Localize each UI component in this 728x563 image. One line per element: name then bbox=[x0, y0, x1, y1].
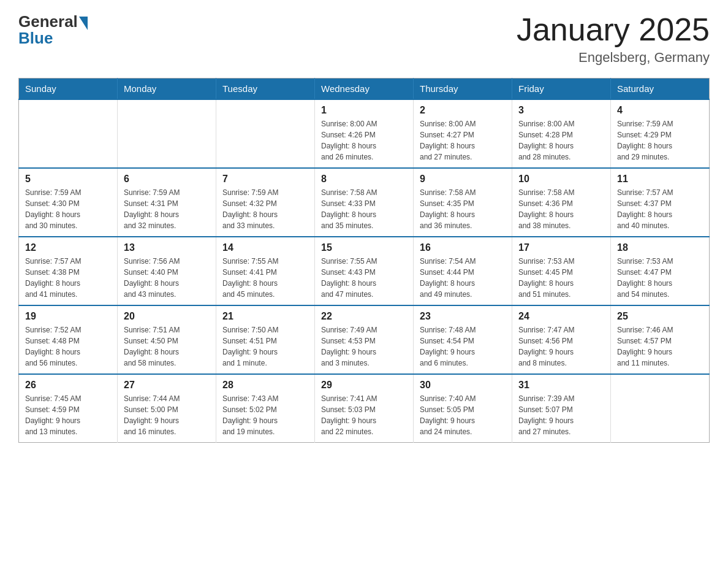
day-number: 8 bbox=[321, 174, 407, 185]
day-info: Sunrise: 7:48 AM Sunset: 4:54 PM Dayligh… bbox=[420, 324, 506, 369]
day-info: Sunrise: 7:55 AM Sunset: 4:43 PM Dayligh… bbox=[321, 256, 407, 300]
day-info: Sunrise: 8:00 AM Sunset: 4:26 PM Dayligh… bbox=[321, 118, 407, 163]
calendar-cell: 13Sunrise: 7:56 AM Sunset: 4:40 PM Dayli… bbox=[118, 237, 216, 305]
day-number: 30 bbox=[420, 380, 506, 391]
page-header: General Blue January 2025 Engelsberg, Ge… bbox=[18, 12, 710, 66]
day-header-sunday: Sunday bbox=[19, 79, 118, 100]
calendar-cell: 15Sunrise: 7:55 AM Sunset: 4:43 PM Dayli… bbox=[315, 237, 414, 305]
calendar-cell: 27Sunrise: 7:44 AM Sunset: 5:00 PM Dayli… bbox=[118, 374, 216, 443]
day-number: 22 bbox=[321, 311, 407, 322]
day-info: Sunrise: 7:57 AM Sunset: 4:37 PM Dayligh… bbox=[617, 187, 703, 231]
day-header-saturday: Saturday bbox=[611, 79, 710, 100]
day-info: Sunrise: 7:57 AM Sunset: 4:38 PM Dayligh… bbox=[25, 256, 111, 300]
day-headers-row: SundayMondayTuesdayWednesdayThursdayFrid… bbox=[19, 79, 710, 100]
day-number: 24 bbox=[518, 311, 604, 322]
day-number: 20 bbox=[124, 311, 210, 322]
day-info: Sunrise: 7:55 AM Sunset: 4:41 PM Dayligh… bbox=[222, 256, 308, 300]
calendar-cell: 3Sunrise: 8:00 AM Sunset: 4:28 PM Daylig… bbox=[512, 99, 611, 168]
day-number: 10 bbox=[518, 174, 604, 185]
calendar-cell bbox=[19, 99, 118, 168]
day-number: 1 bbox=[321, 105, 407, 116]
calendar-cell: 26Sunrise: 7:45 AM Sunset: 4:59 PM Dayli… bbox=[19, 374, 118, 443]
logo-triangle-icon bbox=[79, 17, 88, 30]
calendar-cell: 17Sunrise: 7:53 AM Sunset: 4:45 PM Dayli… bbox=[512, 237, 611, 305]
calendar-cell: 7Sunrise: 7:59 AM Sunset: 4:32 PM Daylig… bbox=[216, 168, 315, 237]
calendar-cell: 19Sunrise: 7:52 AM Sunset: 4:48 PM Dayli… bbox=[19, 305, 118, 374]
day-info: Sunrise: 7:44 AM Sunset: 5:00 PM Dayligh… bbox=[124, 393, 210, 437]
day-number: 27 bbox=[124, 380, 210, 391]
day-number: 28 bbox=[222, 380, 308, 391]
calendar-cell: 21Sunrise: 7:50 AM Sunset: 4:51 PM Dayli… bbox=[216, 305, 315, 374]
day-info: Sunrise: 7:50 AM Sunset: 4:51 PM Dayligh… bbox=[222, 324, 308, 369]
day-info: Sunrise: 7:59 AM Sunset: 4:31 PM Dayligh… bbox=[124, 187, 210, 231]
month-title: January 2025 bbox=[517, 12, 710, 47]
day-number: 29 bbox=[321, 380, 407, 391]
day-info: Sunrise: 7:58 AM Sunset: 4:33 PM Dayligh… bbox=[321, 187, 407, 231]
calendar-cell: 22Sunrise: 7:49 AM Sunset: 4:53 PM Dayli… bbox=[315, 305, 414, 374]
logo-blue-text: Blue bbox=[18, 29, 53, 48]
day-number: 31 bbox=[518, 380, 604, 391]
day-number: 15 bbox=[321, 242, 407, 253]
calendar-week-row: 26Sunrise: 7:45 AM Sunset: 4:59 PM Dayli… bbox=[19, 374, 710, 443]
day-header-monday: Monday bbox=[118, 79, 216, 100]
calendar-cell: 20Sunrise: 7:51 AM Sunset: 4:50 PM Dayli… bbox=[118, 305, 216, 374]
day-info: Sunrise: 7:54 AM Sunset: 4:44 PM Dayligh… bbox=[420, 256, 506, 300]
calendar-cell: 8Sunrise: 7:58 AM Sunset: 4:33 PM Daylig… bbox=[315, 168, 414, 237]
day-info: Sunrise: 7:59 AM Sunset: 4:30 PM Dayligh… bbox=[25, 187, 111, 231]
day-info: Sunrise: 7:45 AM Sunset: 4:59 PM Dayligh… bbox=[25, 393, 111, 437]
day-info: Sunrise: 7:58 AM Sunset: 4:35 PM Dayligh… bbox=[420, 187, 506, 231]
day-header-wednesday: Wednesday bbox=[315, 79, 414, 100]
day-number: 7 bbox=[222, 174, 308, 185]
calendar-cell: 29Sunrise: 7:41 AM Sunset: 5:03 PM Dayli… bbox=[315, 374, 414, 443]
day-info: Sunrise: 7:51 AM Sunset: 4:50 PM Dayligh… bbox=[124, 324, 210, 369]
day-number: 25 bbox=[617, 311, 703, 322]
calendar-week-row: 19Sunrise: 7:52 AM Sunset: 4:48 PM Dayli… bbox=[19, 305, 710, 374]
day-number: 2 bbox=[420, 105, 506, 116]
day-number: 14 bbox=[222, 242, 308, 253]
day-info: Sunrise: 7:58 AM Sunset: 4:36 PM Dayligh… bbox=[518, 187, 604, 231]
day-info: Sunrise: 7:46 AM Sunset: 4:57 PM Dayligh… bbox=[617, 324, 703, 369]
calendar-week-row: 1Sunrise: 8:00 AM Sunset: 4:26 PM Daylig… bbox=[19, 99, 710, 168]
day-info: Sunrise: 7:47 AM Sunset: 4:56 PM Dayligh… bbox=[518, 324, 604, 369]
day-info: Sunrise: 7:43 AM Sunset: 5:02 PM Dayligh… bbox=[222, 393, 308, 437]
calendar-cell: 30Sunrise: 7:40 AM Sunset: 5:05 PM Dayli… bbox=[414, 374, 512, 443]
day-info: Sunrise: 7:41 AM Sunset: 5:03 PM Dayligh… bbox=[321, 393, 407, 437]
day-number: 16 bbox=[420, 242, 506, 253]
calendar-cell: 6Sunrise: 7:59 AM Sunset: 4:31 PM Daylig… bbox=[118, 168, 216, 237]
day-info: Sunrise: 7:59 AM Sunset: 4:32 PM Dayligh… bbox=[222, 187, 308, 231]
calendar-cell: 23Sunrise: 7:48 AM Sunset: 4:54 PM Dayli… bbox=[414, 305, 512, 374]
day-number: 21 bbox=[222, 311, 308, 322]
calendar-cell bbox=[611, 374, 710, 443]
day-info: Sunrise: 7:59 AM Sunset: 4:29 PM Dayligh… bbox=[617, 118, 703, 163]
calendar-cell: 11Sunrise: 7:57 AM Sunset: 4:37 PM Dayli… bbox=[611, 168, 710, 237]
day-info: Sunrise: 8:00 AM Sunset: 4:28 PM Dayligh… bbox=[518, 118, 604, 163]
calendar-cell: 2Sunrise: 8:00 AM Sunset: 4:27 PM Daylig… bbox=[414, 99, 512, 168]
calendar-cell: 25Sunrise: 7:46 AM Sunset: 4:57 PM Dayli… bbox=[611, 305, 710, 374]
calendar-cell: 1Sunrise: 8:00 AM Sunset: 4:26 PM Daylig… bbox=[315, 99, 414, 168]
calendar-cell: 4Sunrise: 7:59 AM Sunset: 4:29 PM Daylig… bbox=[611, 99, 710, 168]
calendar-week-row: 5Sunrise: 7:59 AM Sunset: 4:30 PM Daylig… bbox=[19, 168, 710, 237]
day-info: Sunrise: 7:40 AM Sunset: 5:05 PM Dayligh… bbox=[420, 393, 506, 437]
day-number: 23 bbox=[420, 311, 506, 322]
day-number: 6 bbox=[124, 174, 210, 185]
day-number: 13 bbox=[124, 242, 210, 253]
day-number: 4 bbox=[617, 105, 703, 116]
day-number: 19 bbox=[25, 311, 111, 322]
calendar-cell: 28Sunrise: 7:43 AM Sunset: 5:02 PM Dayli… bbox=[216, 374, 315, 443]
day-info: Sunrise: 7:52 AM Sunset: 4:48 PM Dayligh… bbox=[25, 324, 111, 369]
calendar-header: SundayMondayTuesdayWednesdayThursdayFrid… bbox=[19, 79, 710, 100]
location-label: Engelsberg, Germany bbox=[517, 50, 710, 66]
title-section: January 2025 Engelsberg, Germany bbox=[517, 12, 710, 66]
day-number: 5 bbox=[25, 174, 111, 185]
day-header-friday: Friday bbox=[512, 79, 611, 100]
calendar-week-row: 12Sunrise: 7:57 AM Sunset: 4:38 PM Dayli… bbox=[19, 237, 710, 305]
calendar-cell: 16Sunrise: 7:54 AM Sunset: 4:44 PM Dayli… bbox=[414, 237, 512, 305]
calendar-cell: 12Sunrise: 7:57 AM Sunset: 4:38 PM Dayli… bbox=[19, 237, 118, 305]
day-number: 17 bbox=[518, 242, 604, 253]
day-header-tuesday: Tuesday bbox=[216, 79, 315, 100]
calendar-cell: 5Sunrise: 7:59 AM Sunset: 4:30 PM Daylig… bbox=[19, 168, 118, 237]
calendar-cell bbox=[216, 99, 315, 168]
calendar-cell: 10Sunrise: 7:58 AM Sunset: 4:36 PM Dayli… bbox=[512, 168, 611, 237]
day-info: Sunrise: 7:56 AM Sunset: 4:40 PM Dayligh… bbox=[124, 256, 210, 300]
day-number: 3 bbox=[518, 105, 604, 116]
